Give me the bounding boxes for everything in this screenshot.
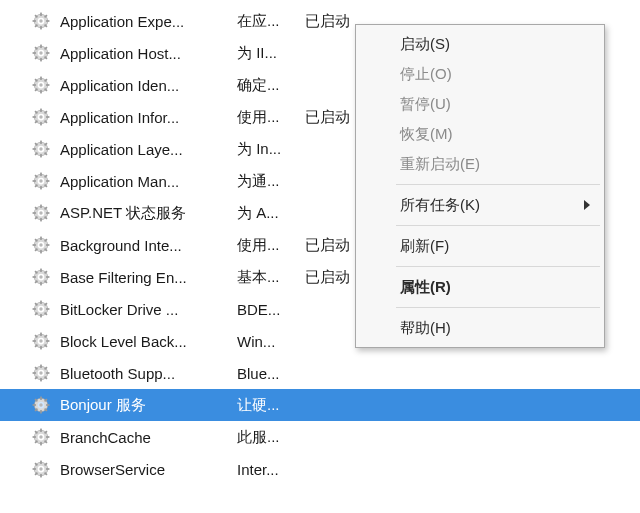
service-row[interactable]: BranchCache此服... bbox=[0, 421, 640, 453]
context-menu: 启动(S) 停止(O) 暂停(U) 恢复(M) 重新启动(E) 所有任务(K) … bbox=[355, 24, 605, 348]
menu-resume[interactable]: 恢复(M) bbox=[358, 119, 602, 149]
service-name: Application Man... bbox=[60, 173, 179, 190]
svg-rect-82 bbox=[40, 250, 42, 253]
svg-point-43 bbox=[39, 115, 42, 118]
svg-rect-124 bbox=[46, 372, 49, 374]
gear-icon bbox=[32, 460, 54, 478]
menu-all-tasks-label: 所有任务(K) bbox=[400, 196, 480, 213]
svg-rect-58 bbox=[46, 180, 49, 182]
service-name: Base Filtering En... bbox=[60, 269, 187, 286]
svg-point-76 bbox=[39, 211, 42, 214]
svg-rect-150 bbox=[33, 436, 36, 438]
service-desc: BDE... bbox=[237, 301, 280, 318]
service-desc: 使用... bbox=[237, 108, 280, 125]
svg-point-153 bbox=[39, 435, 42, 438]
service-name: Application Iden... bbox=[60, 77, 179, 94]
service-status: 已启动 bbox=[305, 12, 350, 29]
svg-point-54 bbox=[39, 147, 42, 150]
service-name: Application Laye... bbox=[60, 141, 183, 158]
svg-rect-60 bbox=[40, 186, 42, 189]
service-desc: Blue... bbox=[237, 365, 280, 382]
svg-rect-7 bbox=[33, 20, 36, 22]
menu-refresh[interactable]: 刷新(F) bbox=[358, 231, 602, 261]
svg-rect-1 bbox=[40, 13, 42, 16]
gear-icon bbox=[32, 108, 54, 126]
menu-restart[interactable]: 重新启动(E) bbox=[358, 149, 602, 179]
gear-icon bbox=[32, 332, 54, 350]
service-row[interactable]: BrowserServiceInter... bbox=[0, 453, 640, 485]
svg-rect-18 bbox=[33, 52, 36, 54]
svg-rect-47 bbox=[46, 148, 49, 150]
svg-rect-23 bbox=[40, 77, 42, 80]
svg-rect-62 bbox=[33, 180, 36, 182]
svg-rect-40 bbox=[33, 116, 36, 118]
menu-pause[interactable]: 暂停(U) bbox=[358, 89, 602, 119]
svg-rect-84 bbox=[33, 244, 36, 246]
svg-rect-95 bbox=[33, 276, 36, 278]
gear-icon bbox=[32, 236, 54, 254]
service-status: 已启动 bbox=[305, 236, 350, 253]
svg-rect-157 bbox=[46, 468, 49, 470]
svg-point-164 bbox=[39, 467, 42, 470]
svg-rect-111 bbox=[40, 333, 42, 336]
menu-separator bbox=[396, 266, 600, 267]
menu-help[interactable]: 帮助(H) bbox=[358, 313, 602, 343]
svg-rect-91 bbox=[46, 276, 49, 278]
service-desc: 为 II... bbox=[237, 44, 277, 61]
svg-rect-56 bbox=[40, 173, 42, 176]
service-name: Bluetooth Supp... bbox=[60, 365, 175, 382]
svg-rect-137 bbox=[40, 410, 42, 413]
svg-rect-16 bbox=[40, 58, 42, 61]
svg-point-10 bbox=[39, 19, 42, 22]
svg-rect-25 bbox=[46, 84, 49, 86]
svg-rect-146 bbox=[46, 436, 49, 438]
service-row[interactable]: Bluetooth Supp...Blue... bbox=[0, 357, 640, 389]
svg-rect-34 bbox=[40, 109, 42, 112]
service-desc: Inter... bbox=[237, 461, 279, 478]
menu-properties[interactable]: 属性(R) bbox=[358, 272, 602, 302]
menu-separator bbox=[396, 184, 600, 185]
svg-rect-102 bbox=[46, 308, 49, 310]
svg-point-98 bbox=[39, 275, 42, 278]
service-name: Block Level Back... bbox=[60, 333, 187, 350]
svg-rect-115 bbox=[40, 346, 42, 349]
service-desc: 在应... bbox=[237, 12, 280, 29]
gear-icon bbox=[32, 300, 54, 318]
svg-rect-113 bbox=[46, 340, 49, 342]
service-name: Bonjour 服务 bbox=[60, 396, 146, 415]
menu-all-tasks[interactable]: 所有任务(K) bbox=[358, 190, 602, 220]
svg-rect-12 bbox=[40, 45, 42, 48]
gear-icon bbox=[32, 172, 54, 190]
svg-rect-144 bbox=[40, 429, 42, 432]
svg-rect-139 bbox=[33, 404, 36, 406]
svg-point-120 bbox=[39, 339, 42, 342]
service-row[interactable]: Bonjour 服务让硬... bbox=[0, 389, 640, 421]
menu-stop[interactable]: 停止(O) bbox=[358, 59, 602, 89]
submenu-arrow-icon bbox=[584, 200, 590, 210]
svg-rect-69 bbox=[46, 212, 49, 214]
service-desc: 为 A... bbox=[237, 204, 279, 221]
svg-point-32 bbox=[39, 83, 42, 86]
gear-icon bbox=[32, 204, 54, 222]
svg-point-65 bbox=[39, 179, 42, 182]
service-name: Background Inte... bbox=[60, 237, 182, 254]
svg-point-21 bbox=[39, 51, 42, 54]
service-name: BitLocker Drive ... bbox=[60, 301, 178, 318]
gear-icon bbox=[32, 268, 54, 286]
svg-rect-27 bbox=[40, 90, 42, 93]
svg-rect-104 bbox=[40, 314, 42, 317]
svg-rect-36 bbox=[46, 116, 49, 118]
svg-rect-71 bbox=[40, 218, 42, 221]
service-name: Application Expe... bbox=[60, 13, 184, 30]
svg-rect-161 bbox=[33, 468, 36, 470]
menu-start[interactable]: 启动(S) bbox=[358, 29, 602, 59]
svg-rect-38 bbox=[40, 122, 42, 125]
service-name: BrowserService bbox=[60, 461, 165, 478]
svg-rect-51 bbox=[33, 148, 36, 150]
svg-rect-49 bbox=[40, 154, 42, 157]
svg-rect-133 bbox=[40, 397, 42, 400]
menu-separator bbox=[396, 307, 600, 308]
svg-point-131 bbox=[39, 371, 42, 374]
gear-icon bbox=[32, 140, 54, 158]
svg-rect-93 bbox=[40, 282, 42, 285]
